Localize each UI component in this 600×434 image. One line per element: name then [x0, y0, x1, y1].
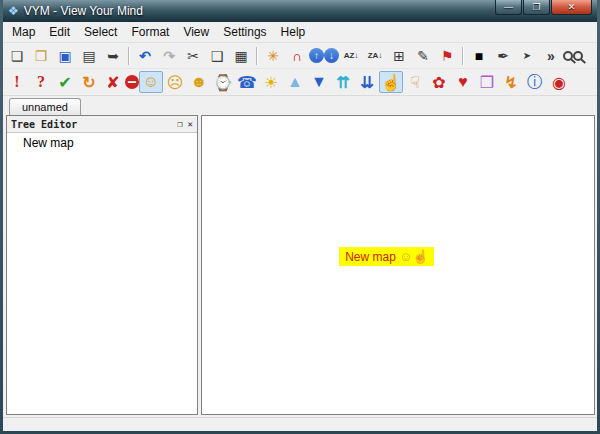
menu-map[interactable]: Map — [5, 23, 42, 41]
tree-editor-header: Tree Editor ❐ ✕ — [7, 116, 197, 133]
note-editor-button[interactable]: ✎ — [411, 45, 435, 67]
flags-toolbar: !?✔↻✘–☺☹☻⌚☎☀▲▼⇈⇊☝☟✿♥❒↯ⓘ◉ — [3, 69, 597, 96]
sort-ascending-button[interactable]: AZ↓ — [339, 45, 363, 67]
double-arrow-down-flag-button[interactable]: ⇊ — [355, 71, 379, 93]
window-title: VYM - View Your Mind — [24, 4, 143, 18]
tab-bar: unnamed — [3, 96, 597, 115]
move-up-button[interactable]: ↑ — [309, 48, 324, 63]
tree-list: New map — [7, 133, 197, 414]
arrow-down-flag-button[interactable]: ▼ — [307, 71, 331, 93]
thumb-up-flag-button[interactable]: ☝ — [379, 71, 403, 93]
menu-select[interactable]: Select — [77, 23, 124, 41]
sort-descending-button[interactable]: ZA↓ — [363, 45, 387, 67]
menu-bar: MapEditSelectFormatViewSettingsHelp — [3, 22, 597, 43]
smiley-sad-flag-button[interactable]: ☹ — [163, 71, 187, 93]
menu-view[interactable]: View — [176, 23, 216, 41]
refresh-flag-button[interactable]: ↻ — [77, 71, 101, 93]
lamp-flag-button[interactable]: ☀ — [259, 71, 283, 93]
star-button[interactable]: ✳ — [261, 45, 285, 67]
main-toolbar: ❏❐▣▤➥↶↷✂❑▦✳∩↑↓AZ↓ZA↓⊞✎⚑■✒➤» — [3, 43, 597, 69]
lifebelt-flag-button[interactable]: ◉ — [547, 71, 571, 93]
tree-editor-title: Tree Editor — [11, 119, 77, 130]
print-button[interactable]: ▤ — [77, 45, 101, 67]
present-flag-button[interactable]: ❒ — [475, 71, 499, 93]
flash-flag-button[interactable]: ↯ — [499, 71, 523, 93]
map-canvas[interactable]: New map ☺☝ — [201, 115, 595, 415]
zoom-reset-button[interactable] — [573, 51, 583, 61]
maximize-button[interactable]: ❐ — [523, 0, 550, 15]
info-flag-button[interactable]: ⓘ — [523, 71, 547, 93]
rose-flag-button[interactable]: ✿ — [427, 71, 451, 93]
save-map-button[interactable]: ▣ — [53, 45, 77, 67]
arrow-up-flag-button[interactable]: ▲ — [283, 71, 307, 93]
heart-flag-button[interactable]: ♥ — [451, 71, 475, 93]
client-area: MapEditSelectFormatViewSettingsHelp ❏❐▣▤… — [3, 22, 597, 431]
toolbar-separator — [256, 47, 258, 65]
selection-arrow-button[interactable]: ➤ — [515, 45, 539, 67]
smiley-omg-flag-button[interactable]: ☻ — [187, 71, 211, 93]
title-bar: ❖ VYM - View Your Mind —❐✕ — [3, 0, 597, 22]
paste-button[interactable]: ▦ — [229, 45, 253, 67]
toolbar-separator — [128, 47, 130, 65]
redo-button[interactable]: ↷ — [157, 45, 181, 67]
toolbar-separator — [462, 47, 464, 65]
double-arrow-up-flag-button[interactable]: ⇈ — [331, 71, 355, 93]
content-area: Tree Editor ❐ ✕ New map New map ☺☝ — [3, 115, 597, 417]
app-icon: ❖ — [8, 4, 19, 18]
smiley-good-flag-button[interactable]: ☺ — [139, 71, 163, 93]
minimize-button[interactable]: — — [495, 0, 522, 15]
menu-format[interactable]: Format — [124, 23, 176, 41]
exclamation-flag-button[interactable]: ! — [5, 71, 29, 93]
close-panel-button[interactable]: ✕ — [188, 119, 193, 129]
thumb-up-flag-icon: ☝ — [412, 249, 428, 264]
stopsign-flag-button[interactable]: – — [125, 75, 139, 89]
toolbar-overflow-button[interactable]: » — [539, 45, 563, 67]
map-node-label: New map — [345, 250, 396, 264]
menu-settings[interactable]: Settings — [216, 23, 273, 41]
tab-unnamed[interactable]: unnamed — [9, 98, 81, 115]
export-image-button[interactable]: ➥ — [101, 45, 125, 67]
cut-button[interactable]: ✂ — [181, 45, 205, 67]
cross-flag-button[interactable]: ✘ — [101, 71, 125, 93]
move-down-button[interactable]: ↓ — [324, 48, 339, 63]
undo-button[interactable]: ↶ — [133, 45, 157, 67]
copy-button[interactable]: ❑ — [205, 45, 229, 67]
question-flag-button[interactable]: ? — [29, 71, 53, 93]
scroll-branch-button[interactable]: ⊞ — [387, 45, 411, 67]
tree-editor-panel: Tree Editor ❐ ✕ New map — [6, 115, 198, 415]
menu-edit[interactable]: Edit — [42, 23, 77, 41]
thumb-down-flag-button[interactable]: ☟ — [403, 71, 427, 93]
zoom-in-button[interactable] — [563, 51, 573, 61]
tree-item-new-map[interactable]: New map — [7, 133, 197, 153]
map-node-flags: ☺☝ — [399, 249, 429, 264]
ok-flag-button[interactable]: ✔ — [53, 71, 77, 93]
clock-flag-button[interactable]: ⌚ — [211, 71, 235, 93]
phone-flag-button[interactable]: ☎ — [235, 71, 259, 93]
tree-editor-header-buttons: ❐ ✕ — [177, 119, 193, 129]
menu-help[interactable]: Help — [274, 23, 313, 41]
new-map-button[interactable]: ❏ — [5, 45, 29, 67]
smiley-good-flag-icon: ☺ — [399, 249, 412, 264]
open-map-button[interactable]: ❐ — [29, 45, 53, 67]
close-button[interactable]: ✕ — [551, 0, 592, 15]
color-swatch[interactable]: ■ — [467, 45, 491, 67]
color-picker-button[interactable]: ✒ — [491, 45, 515, 67]
window-controls: —❐✕ — [495, 0, 592, 15]
app-window: ❖ VYM - View Your Mind —❐✕ MapEditSelect… — [0, 0, 600, 434]
flag-button[interactable]: ⚑ — [435, 45, 459, 67]
magnet-button[interactable]: ∩ — [285, 45, 309, 67]
map-node-new-map[interactable]: New map ☺☝ — [339, 247, 434, 266]
status-bar — [3, 417, 597, 431]
float-panel-button[interactable]: ❐ — [177, 119, 182, 129]
